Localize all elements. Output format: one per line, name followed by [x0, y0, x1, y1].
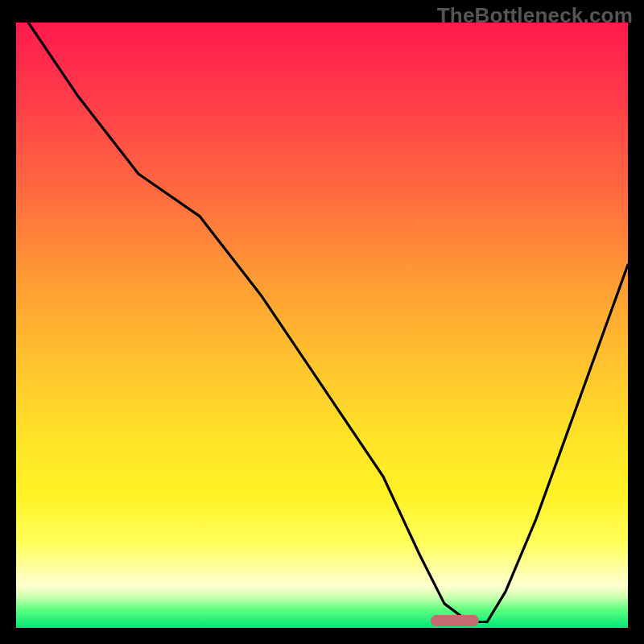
chart-line-path	[28, 23, 628, 622]
chart-svg	[16, 23, 628, 628]
chart-frame: TheBottleneck.com	[0, 0, 644, 644]
chart-plot-area	[16, 23, 628, 628]
minimum-marker	[431, 615, 479, 626]
